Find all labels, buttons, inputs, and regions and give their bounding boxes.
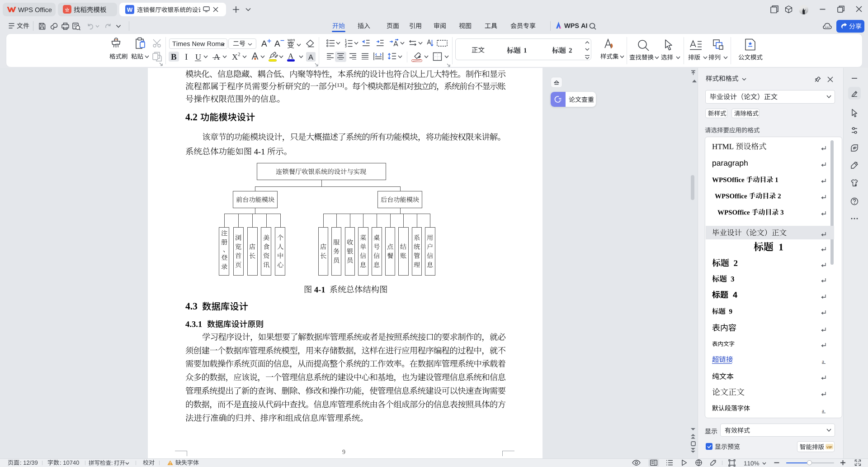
- svg-text:W: W: [127, 6, 133, 13]
- svg-text:a: a: [822, 408, 824, 413]
- svg-text:a: a: [822, 358, 824, 364]
- svg-text:VIP: VIP: [826, 445, 833, 449]
